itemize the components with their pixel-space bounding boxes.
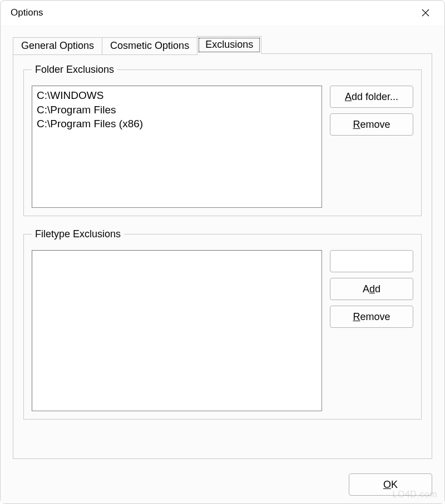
- titlebar: Options: [1, 1, 444, 25]
- folder-exclusions-listbox[interactable]: C:\WINDOWS C:\Program Files C:\Program F…: [32, 86, 322, 208]
- tab-cosmetic-options[interactable]: Cosmetic Options: [102, 37, 197, 55]
- folder-exclusions-group: Folder Exclusions C:\WINDOWS C:\Program …: [23, 64, 422, 216]
- window-title: Options: [11, 7, 43, 18]
- add-filetype-button[interactable]: Add: [330, 278, 413, 300]
- filetype-exclusions-legend: Filetype Exclusions: [32, 228, 124, 240]
- list-item[interactable]: C:\Program Files: [37, 103, 317, 117]
- close-button[interactable]: [417, 4, 434, 22]
- tab-exclusions[interactable]: Exclusions: [197, 36, 261, 54]
- filetype-input[interactable]: [330, 250, 413, 272]
- list-item[interactable]: C:\WINDOWS: [37, 88, 317, 103]
- tab-general-options[interactable]: General Options: [13, 37, 102, 55]
- list-item[interactable]: C:\Program Files (x86): [37, 117, 317, 131]
- filetype-exclusions-buttons: Add Remove: [330, 250, 413, 328]
- remove-folder-button[interactable]: Remove: [330, 113, 413, 136]
- filetype-exclusions-group: Filetype Exclusions Add Remove: [23, 228, 422, 420]
- add-folder-button[interactable]: Add folder...: [330, 86, 413, 108]
- remove-filetype-button[interactable]: Remove: [330, 306, 413, 328]
- dialog-content: General Options Cosmetic Options Exclusi…: [1, 25, 444, 468]
- tab-panel-exclusions: Folder Exclusions C:\WINDOWS C:\Program …: [13, 53, 432, 459]
- options-dialog: Options General Options Cosmetic Options…: [0, 0, 445, 504]
- ok-button[interactable]: OK: [349, 473, 432, 496]
- dialog-footer: OK: [1, 468, 444, 503]
- close-icon: [422, 9, 429, 17]
- folder-exclusions-legend: Folder Exclusions: [32, 64, 117, 76]
- tab-strip: General Options Cosmetic Options Exclusi…: [13, 36, 432, 54]
- filetype-exclusions-listbox[interactable]: [32, 250, 322, 411]
- folder-exclusions-buttons: Add folder... Remove: [330, 86, 413, 136]
